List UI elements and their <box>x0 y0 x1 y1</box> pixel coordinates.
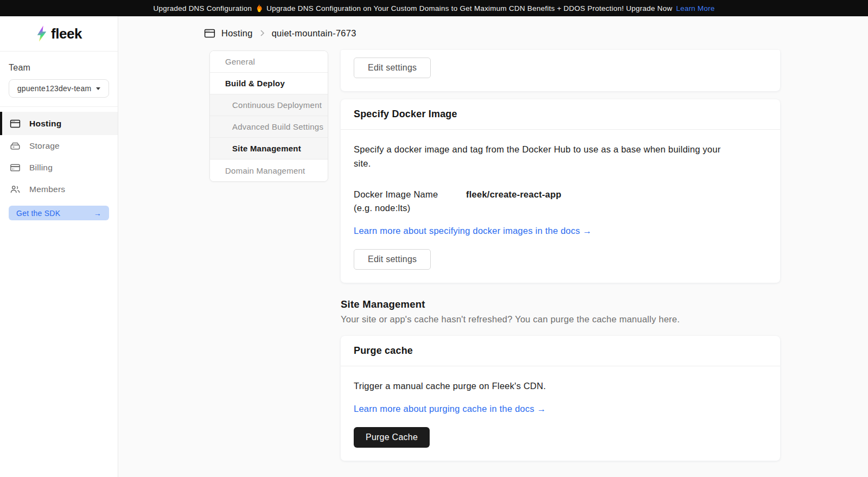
site-management-section: Site Management Your site or app's cache… <box>341 298 780 325</box>
settings-nav-domain-management[interactable]: Domain Management <box>210 160 328 181</box>
docker-card-body: Specify a docker image and tag from the … <box>341 130 780 283</box>
sidebar-item-label: Members <box>29 185 65 194</box>
credit-card-icon <box>10 162 21 173</box>
arrow-right-icon: → <box>94 209 101 218</box>
banner-lead-text: Upgraded DNS Configuration <box>153 4 252 12</box>
settings-nav-continuous-deployment[interactable]: Continuous Deployment <box>210 94 328 116</box>
settings-nav-build-deploy[interactable]: Build & Deploy <box>210 73 328 94</box>
edit-settings-button[interactable]: Edit settings <box>354 58 431 78</box>
browser-window-icon <box>204 28 215 39</box>
fleek-logo[interactable]: fleek <box>0 16 118 52</box>
purge-cache-description: Trigger a manual cache purge on Fleek's … <box>354 379 728 393</box>
purge-cache-title: Purge cache <box>341 336 780 366</box>
chevron-right-icon <box>260 29 265 37</box>
sidebar-item-storage[interactable]: Storage <box>0 135 118 157</box>
settings-nav-general[interactable]: General <box>210 51 328 73</box>
edit-settings-button[interactable]: Edit settings <box>354 249 431 270</box>
purge-cache-body: Trigger a manual cache purge on Fleek's … <box>341 366 780 461</box>
purge-docs-link[interactable]: Learn more about purging cache in the do… <box>354 404 546 414</box>
team-selector[interactable]: gpuente123dev-team <box>9 79 109 98</box>
fire-icon <box>256 4 263 12</box>
banner-learn-more-link[interactable]: Learn More <box>676 4 714 12</box>
docker-image-name-labels: Docker Image Name (e.g. node:lts) <box>354 188 466 215</box>
sidebar-item-members[interactable]: Members <box>0 179 118 200</box>
site-management-subtitle: Your site or app's cache hasn't refreshe… <box>341 314 780 325</box>
sidebar-item-label: Storage <box>29 141 60 151</box>
banner-message: Upgrade DNS Configuration on Your Custom… <box>266 4 672 12</box>
lightning-bolt-icon <box>36 26 48 42</box>
storage-drive-icon <box>10 141 21 151</box>
get-sdk-label: Get the SDK <box>16 209 60 218</box>
purge-cache-button[interactable]: Purge Cache <box>354 427 430 448</box>
team-section: Team gpuente123dev-team <box>0 52 118 106</box>
sidebar-item-billing[interactable]: Billing <box>0 157 118 179</box>
sidebar-item-label: Hosting <box>29 119 61 129</box>
docker-card-description: Specify a docker image and tag from the … <box>354 142 728 170</box>
settings-nav: General Build & Deploy Continuous Deploy… <box>209 50 328 182</box>
sidebar-nav: Hosting Storage Billing <box>0 106 118 220</box>
team-selected-value: gpuente123dev-team <box>17 84 92 93</box>
breadcrumb-hosting[interactable]: Hosting <box>221 28 253 39</box>
docker-image-name-label: Docker Image Name <box>354 188 466 201</box>
docker-image-name-row: Docker Image Name (e.g. node:lts) fleek/… <box>354 188 767 215</box>
main-area: Hosting quiet-mountain-7673 General Buil… <box>119 16 868 477</box>
site-management-title: Site Management <box>341 298 780 310</box>
get-sdk-button[interactable]: Get the SDK → <box>9 206 109 220</box>
members-icon <box>10 184 21 195</box>
breadcrumb: Hosting quiet-mountain-7673 <box>204 22 356 44</box>
breadcrumb-current-page: quiet-mountain-7673 <box>272 28 356 39</box>
team-label: Team <box>9 63 109 73</box>
docker-docs-link[interactable]: Learn more about specifying docker image… <box>354 226 592 236</box>
browser-window-icon <box>10 118 21 129</box>
sidebar: fleek Team gpuente123dev-team Hosting <box>0 16 118 477</box>
settings-nav-advanced-build-settings[interactable]: Advanced Build Settings <box>210 116 328 138</box>
purge-cache-card: Purge cache Trigger a manual cache purge… <box>341 336 780 461</box>
docker-card-title: Specify Docker Image <box>341 99 780 130</box>
promo-banner: Upgraded DNS Configuration Upgrade DNS C… <box>0 0 868 16</box>
logo-wordmark: fleek <box>51 26 82 42</box>
sidebar-item-label: Billing <box>29 163 53 173</box>
docker-image-name-hint: (e.g. node:lts) <box>354 201 466 215</box>
chevron-down-icon <box>96 87 100 90</box>
docker-image-card: Specify Docker Image Specify a docker im… <box>341 99 780 283</box>
docker-image-name-value: fleek/create-react-app <box>466 188 561 201</box>
sidebar-item-hosting[interactable]: Hosting <box>0 112 118 135</box>
content-column: Edit settings Specify Docker Image Speci… <box>341 50 780 461</box>
settings-nav-site-management[interactable]: Site Management <box>210 138 328 160</box>
build-settings-card: Edit settings <box>341 50 780 91</box>
